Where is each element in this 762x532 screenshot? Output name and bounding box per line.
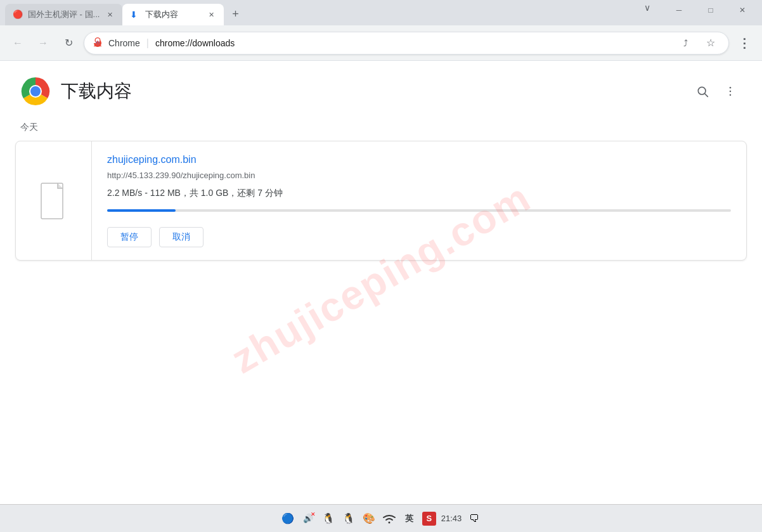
window-controls: ∨ ─ □ ✕ <box>628 0 762 25</box>
toolbar: ← → ↻ Chrome | chrome://downloads ⤴ ☆ ⋮ <box>0 25 762 61</box>
progress-bar-container <box>107 209 731 212</box>
more-tabs-button[interactable]: ∨ <box>633 0 662 20</box>
downloads-header: 下载内容 <box>0 61 762 117</box>
download-details: zhujiceping.com.bin http://45.133.239.90… <box>92 141 746 260</box>
tab-active[interactable]: ⬇ 下载内容 ✕ <box>122 4 224 25</box>
section-label: 今天 <box>0 117 762 141</box>
maximize-button[interactable]: □ <box>696 0 725 20</box>
address-bar[interactable]: Chrome | chrome://downloads ⤴ ☆ <box>84 32 729 55</box>
tab-inactive[interactable]: 🔴 国外主机测评 - 国... ✕ <box>5 4 122 25</box>
tab-title-2: 下载内容 <box>145 9 201 20</box>
address-url: chrome://downloads <box>155 38 235 48</box>
header-actions <box>691 80 742 103</box>
bookmark-button[interactable]: ☆ <box>701 33 721 53</box>
chrome-logo <box>20 76 51 107</box>
search-button[interactable] <box>691 80 714 103</box>
notification-icon[interactable]: 🗨 <box>467 511 482 526</box>
page-title: 下载内容 <box>61 79 132 103</box>
speaker-icon[interactable]: 🔊✕ <box>300 511 316 526</box>
downloads-title-area: 下载内容 <box>20 76 132 107</box>
title-bar: 🔴 国外主机测评 - 国... ✕ ⬇ 下载内容 ✕ + ∨ ─ □ ✕ <box>0 0 762 25</box>
download-url: http://45.133.239.90/zhujiceping.com.bin <box>107 171 731 180</box>
download-actions: 暂停 取消 <box>107 227 731 247</box>
forward-button[interactable]: → <box>33 33 53 53</box>
svg-point-11 <box>730 91 732 93</box>
download-icon-area <box>16 141 92 260</box>
network-icon[interactable] <box>382 511 397 526</box>
tab-close-2[interactable]: ✕ <box>206 10 216 20</box>
color-icon[interactable]: 🎨 <box>361 511 377 526</box>
download-status: 2.2 MB/s - 112 MB，共 1.0 GB，还剩 7 分钟 <box>107 188 731 199</box>
pause-button[interactable]: 暂停 <box>107 227 152 247</box>
tencent-qq-icon-1[interactable]: 🐧 <box>321 511 336 526</box>
wifi-icon <box>382 512 396 525</box>
download-item: zhujiceping.com.bin http://45.133.239.90… <box>15 141 747 261</box>
minimize-button[interactable]: ─ <box>664 0 694 20</box>
download-filename[interactable]: zhujiceping.com.bin <box>107 154 731 165</box>
tencent-qq-icon-2[interactable]: 🐧 <box>341 511 356 526</box>
sogou-ime-icon[interactable]: S <box>422 512 436 526</box>
close-button[interactable]: ✕ <box>728 0 757 20</box>
more-vert-icon <box>724 85 737 98</box>
svg-point-10 <box>730 87 732 89</box>
share-button[interactable]: ⤴ <box>675 33 695 53</box>
tab-title-1: 国外主机测评 - 国... <box>28 9 100 20</box>
search-icon <box>696 85 709 98</box>
back-button[interactable]: ← <box>8 33 28 53</box>
download-tab-icon: ⬇ <box>130 10 140 20</box>
reload-button[interactable]: ↻ <box>58 33 79 53</box>
tab-close-1[interactable]: ✕ <box>105 10 115 20</box>
cancel-button[interactable]: 取消 <box>159 227 203 247</box>
svg-point-12 <box>730 94 732 96</box>
toolbar-menu-button[interactable]: ⋮ <box>734 33 754 53</box>
address-site-name: Chrome <box>108 38 140 48</box>
file-icon <box>39 182 69 220</box>
bluetooth-icon[interactable]: 🔵 <box>280 511 295 526</box>
new-tab-button[interactable]: + <box>226 5 244 23</box>
system-time: 21:43 <box>441 514 462 523</box>
svg-line-9 <box>705 94 708 97</box>
tab-favicon-1: 🔴 <box>13 10 23 20</box>
svg-point-7 <box>30 86 41 96</box>
downloads-page: zhujiceping.com 下载内容 <box>0 61 762 504</box>
tab-strip: 🔴 国外主机测评 - 国... ✕ ⬇ 下载内容 ✕ + <box>0 0 628 25</box>
taskbar-center: 🔵 🔊✕ 🐧 🐧 🎨 英 S 21:43 🗨 <box>280 511 482 526</box>
downloads-menu-button[interactable] <box>719 80 742 103</box>
input-method-en[interactable]: 英 <box>402 511 417 526</box>
address-favicon <box>92 37 103 49</box>
address-separator: | <box>146 37 149 49</box>
taskbar: 🔵 🔊✕ 🐧 🐧 🎨 英 S 21:43 🗨 <box>0 504 762 532</box>
progress-bar-fill <box>107 209 176 212</box>
